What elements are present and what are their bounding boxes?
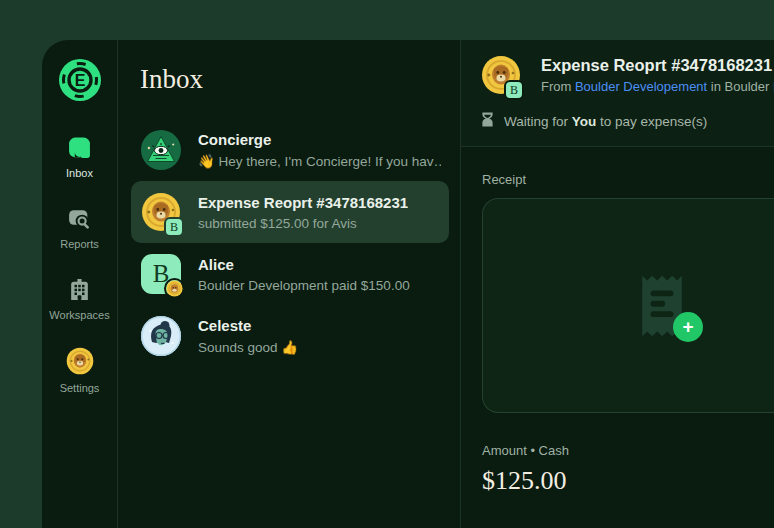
- amount-label: Amount • Cash: [482, 443, 774, 458]
- list-item-name: Expense Reoprt #3478168231: [198, 194, 408, 211]
- add-receipt-button[interactable]: +: [673, 312, 703, 342]
- detail-header: B Expense Reoprt #3478168231 From Boulde…: [461, 40, 774, 147]
- coin-avatar: B: [141, 192, 181, 232]
- sidebar-item-inbox[interactable]: Inbox: [66, 134, 93, 179]
- sidebar-item-label: Workspaces: [49, 309, 109, 321]
- list-item-celeste[interactable]: Celeste Sounds good 👍: [131, 305, 449, 367]
- workspace-b-badge: B: [164, 217, 184, 237]
- report-search-icon: [67, 205, 93, 231]
- receipt-dropzone[interactable]: +: [482, 198, 774, 413]
- expense-detail-panel: B Expense Reoprt #3478168231 From Boulde…: [461, 40, 774, 528]
- receipt-label: Receipt: [482, 172, 774, 187]
- logo-e-icon: E: [58, 58, 102, 102]
- status-row: Waiting for You to pay expense(s): [481, 112, 774, 130]
- workspace-link[interactable]: Boulder Developement: [575, 79, 707, 94]
- svg-text:E: E: [74, 72, 85, 89]
- expense-title: Expense Reoprt #3478168231: [541, 56, 774, 75]
- building-icon: [66, 276, 92, 302]
- amount-value: $125.00: [482, 466, 774, 496]
- list-item-name: Concierge: [198, 131, 441, 148]
- list-item-name: Celeste: [198, 317, 298, 334]
- status-text: Waiting for You to pay expense(s): [504, 114, 707, 129]
- sidebar-item-workspaces[interactable]: Workspaces: [49, 276, 109, 321]
- inbox-list-panel: Inbox Concierge: [118, 40, 461, 528]
- coin-badge: [164, 278, 185, 299]
- celeste-portrait-avatar: [141, 316, 181, 356]
- workspace-b-badge: B: [504, 80, 524, 100]
- concierge-pyramid-avatar: [141, 130, 181, 170]
- sidebar: E Inbox Reports: [42, 40, 118, 528]
- list-item-preview: Sounds good 👍: [198, 339, 298, 355]
- list-item-concierge[interactable]: Concierge 👋 Hey there, I'm Concierge! If…: [131, 119, 449, 181]
- mint-b-avatar: B: [141, 254, 181, 294]
- coin-avatar-icon: [66, 347, 94, 375]
- sidebar-item-settings[interactable]: Settings: [60, 347, 100, 394]
- sidebar-item-label: Reports: [60, 238, 99, 250]
- list-item-name: Alice: [198, 256, 410, 273]
- expense-subtitle: From Boulder Developement in Boulder Dev…: [541, 79, 774, 94]
- sidebar-item-label: Settings: [60, 382, 100, 394]
- list-item-preview: submitted $125.00 for Avis: [198, 216, 408, 231]
- sidebar-item-label: Inbox: [66, 167, 93, 179]
- list-item-expense-report[interactable]: B Expense Reoprt #3478168231 submitted $…: [131, 181, 449, 243]
- coin-avatar: B: [481, 55, 521, 95]
- inbox-title: Inbox: [140, 64, 460, 95]
- hourglass-icon: [481, 112, 494, 130]
- sidebar-item-reports[interactable]: Reports: [60, 205, 99, 250]
- detail-body: Receipt + Amount • Cash $125.00 Descript…: [461, 147, 774, 528]
- list-item-preview: 👋 Hey there, I'm Concierge! If you hav…: [198, 153, 441, 169]
- app-window: E Inbox Reports: [42, 40, 774, 528]
- inbox-rows: Concierge 👋 Hey there, I'm Concierge! If…: [118, 119, 460, 367]
- app-logo[interactable]: E: [58, 58, 102, 102]
- list-item-preview: Boulder Development paid $150.00: [198, 278, 410, 293]
- inbox-tray-icon: [66, 134, 92, 160]
- list-item-alice[interactable]: B Alice Boulder Development paid $150.0: [131, 243, 449, 305]
